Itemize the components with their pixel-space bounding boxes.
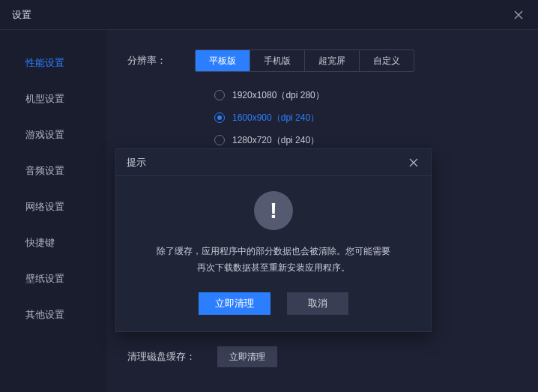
sidebar-item[interactable]: 性能设置 xyxy=(0,45,106,81)
window-title: 设置 xyxy=(12,8,31,22)
sidebar-item-label: 网络设置 xyxy=(25,200,64,214)
radio-icon xyxy=(214,90,225,100)
sidebar-item-label: 壁纸设置 xyxy=(25,272,64,286)
sidebar-item-label: 机型设置 xyxy=(25,92,64,106)
sidebar-item-label: 游戏设置 xyxy=(25,128,64,142)
dialog-header: 提示 xyxy=(116,149,431,176)
resolution-tab[interactable]: 平板版 xyxy=(196,50,250,71)
resolution-tab[interactable]: 自定义 xyxy=(360,50,414,71)
sidebar-item-label: 快捷键 xyxy=(25,236,55,250)
cancel-button[interactable]: 取消 xyxy=(287,292,348,315)
resolution-tabs: 平板版手机版超宽屏自定义 xyxy=(195,49,414,72)
resolution-radio[interactable]: 1600x900（dpi 240） xyxy=(214,106,514,129)
confirm-button[interactable]: 立即清理 xyxy=(199,292,270,315)
dialog-title: 提示 xyxy=(127,156,146,169)
clear-cache-label: 清理磁盘缓存： xyxy=(127,350,217,364)
sidebar-item[interactable]: 网络设置 xyxy=(0,189,106,225)
radio-label: 1600x900（dpi 240） xyxy=(232,112,319,124)
radio-icon xyxy=(214,135,225,145)
resolution-label: 分辨率： xyxy=(127,54,195,67)
titlebar: 设置 xyxy=(0,0,538,30)
sidebar-item[interactable]: 快捷键 xyxy=(0,225,106,261)
clear-cache-button[interactable]: 立即清理 xyxy=(217,346,277,367)
sidebar-item[interactable]: 机型设置 xyxy=(0,81,106,117)
sidebar-item[interactable]: 音频设置 xyxy=(0,153,106,189)
resolution-tab[interactable]: 手机版 xyxy=(250,50,305,71)
sidebar-item[interactable]: 游戏设置 xyxy=(0,117,106,153)
close-icon[interactable] xyxy=(511,7,526,22)
radio-label: 1920x1080（dpi 280） xyxy=(232,89,324,102)
radio-icon xyxy=(214,112,225,123)
dialog-close-icon[interactable] xyxy=(407,156,420,169)
warning-icon: ! xyxy=(254,191,293,230)
resolution-options: 1920x1080（dpi 280）1600x900（dpi 240）1280x… xyxy=(214,84,514,151)
sidebar-item-label: 其他设置 xyxy=(25,308,64,322)
confirm-dialog: 提示 ! 除了缓存，应用程序中的部分数据也会被清除。您可能需要 再次下载数据甚至… xyxy=(115,148,432,332)
sidebar-item[interactable]: 壁纸设置 xyxy=(0,261,106,297)
radio-label: 1280x720（dpi 240） xyxy=(232,134,319,147)
resolution-radio[interactable]: 1920x1080（dpi 280） xyxy=(214,84,514,106)
sidebar-item-label: 性能设置 xyxy=(25,56,64,70)
sidebar-item-label: 音频设置 xyxy=(25,164,64,178)
sidebar-item[interactable]: 其他设置 xyxy=(0,297,106,333)
content: 分辨率： 平板版手机版超宽屏自定义 1920x1080（dpi 280）1600… xyxy=(106,30,538,392)
dialog-message: 除了缓存，应用程序中的部分数据也会被清除。您可能需要 再次下载数据甚至重新安装应… xyxy=(157,244,390,276)
sidebar: 性能设置机型设置游戏设置音频设置网络设置快捷键壁纸设置其他设置 xyxy=(0,30,106,392)
resolution-tab[interactable]: 超宽屏 xyxy=(305,50,360,71)
